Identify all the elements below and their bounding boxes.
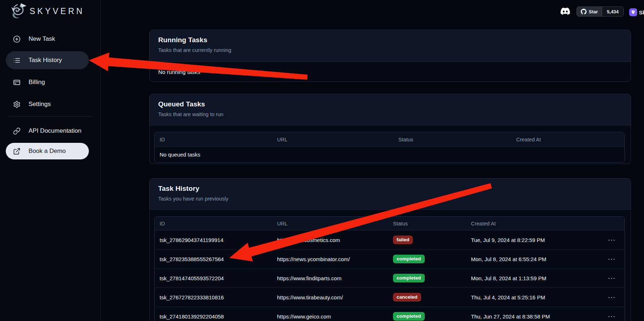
sidebar-item-label: Billing: [29, 79, 45, 86]
task-created-at-cell: Tue, Jul 9, 2024 at 8:22:59 PM: [466, 237, 602, 243]
panel-subtitle: Tasks you have run previously: [158, 196, 622, 202]
status-badge: completed: [393, 312, 425, 321]
table-row[interactable]: tsk_274180139292204058 https://www.geico…: [155, 307, 624, 321]
panel-subtitle: Tasks that are currently running: [158, 47, 622, 53]
github-star-widget[interactable]: Star 5,434: [576, 6, 624, 17]
profile-name[interactable]: Sk: [639, 9, 644, 16]
sidebar-item-settings[interactable]: Settings: [6, 95, 89, 113]
sidebar-item-task-history[interactable]: Task History: [6, 51, 89, 69]
table-row[interactable]: tsk_278629043741199914 https://tartecosm…: [155, 230, 624, 250]
panel-title: Task History: [158, 185, 622, 193]
task-id-cell: tsk_274180139292204058: [155, 313, 272, 320]
column-header-url: URL: [272, 137, 393, 142]
github-star-button[interactable]: Star: [577, 7, 602, 16]
column-header-status: Status: [388, 221, 466, 227]
task-status-cell: completed: [388, 312, 466, 321]
column-header-url: URL: [272, 221, 388, 227]
sidebar-item-label: Task History: [29, 57, 62, 64]
task-status-cell: canceled: [388, 293, 466, 302]
external-link-icon: [13, 148, 21, 155]
github-star-count[interactable]: 5,434: [602, 7, 623, 16]
row-menu-button[interactable]: ···: [608, 256, 616, 262]
task-created-at-cell: Thu, Jul 4, 2024 at 5:25:16 PM: [466, 294, 602, 300]
table-header-row: ID URL Status Created At: [155, 132, 624, 147]
task-history-header: Task History Tasks you have run previous…: [150, 179, 631, 210]
sidebar: SKYVERN New Task Task History Billing Se…: [0, 0, 101, 321]
row-menu-button[interactable]: ···: [608, 275, 616, 281]
github-icon: [581, 9, 587, 14]
task-url-cell: https://www.finditparts.com: [272, 275, 388, 281]
sidebar-item-book-a-demo[interactable]: Book a Demo: [6, 143, 89, 159]
avatar[interactable]: [629, 8, 637, 16]
task-id-cell: tsk_278147405593572204: [155, 275, 272, 281]
avatar-glyph-icon: [631, 10, 635, 14]
queued-tasks-header: Queued Tasks Tasks that are waiting to r…: [150, 94, 631, 125]
panel-subtitle: Tasks that are waiting to run: [158, 111, 622, 117]
task-history-panel: Task History Tasks you have run previous…: [149, 178, 631, 321]
no-queued-tasks-text: No queued tasks: [155, 151, 272, 158]
status-badge: canceled: [393, 293, 421, 302]
row-actions-cell: ···: [602, 313, 624, 320]
column-header-id: ID: [155, 221, 272, 227]
status-badge: failed: [393, 236, 413, 244]
discord-icon[interactable]: [560, 6, 571, 16]
plus-circle-icon: [13, 35, 21, 43]
skyvern-logo: SKYVERN: [10, 2, 90, 21]
list-icon: [13, 57, 21, 64]
running-tasks-header: Running Tasks Tasks that are currently r…: [150, 30, 631, 62]
task-url-cell: https://www.tirabeauty.com/: [272, 294, 388, 300]
table-row[interactable]: tsk_278147405593572204 https://www.findi…: [155, 269, 624, 288]
table-row[interactable]: tsk_278235388555267564 https://news.ycom…: [155, 250, 624, 269]
main-content: Star 5,434 Sk Running Tasks Tasks that a…: [101, 0, 644, 321]
credit-card-icon: [13, 79, 21, 86]
sidebar-item-label: New Task: [29, 35, 55, 43]
task-created-at-cell: Mon, Jul 8, 2024 at 1:13:59 PM: [466, 275, 602, 281]
row-actions-cell: ···: [602, 256, 624, 262]
status-badge: completed: [393, 274, 425, 282]
task-url-cell: https://tartecosmetics.com: [272, 237, 388, 243]
status-badge: completed: [393, 255, 425, 263]
task-url-cell: https://www.geico.com: [272, 313, 388, 320]
task-history-table: ID URL Status Created At tsk_27862904374…: [154, 216, 625, 321]
queued-tasks-table: ID URL Status Created At No queued tasks: [154, 132, 625, 163]
sidebar-item-label: API Documentation: [29, 127, 81, 135]
sidebar-divider: [9, 116, 92, 116]
task-url-cell: https://news.ycombinator.com/: [272, 256, 388, 262]
task-id-cell: tsk_278235388555267564: [155, 256, 272, 262]
table-header-row: ID URL Status Created At: [155, 217, 624, 230]
task-created-at-cell: Thu, Jun 27, 2024 at 8:38:58 PM: [466, 313, 602, 320]
sidebar-item-new-task[interactable]: New Task: [6, 30, 89, 48]
task-status-cell: failed: [388, 236, 466, 244]
row-menu-button[interactable]: ···: [608, 313, 616, 320]
table-row[interactable]: tsk_276727822333810816 https://www.tirab…: [155, 288, 624, 307]
sidebar-item-api-documentation[interactable]: API Documentation: [6, 122, 89, 140]
row-actions-cell: ···: [602, 294, 624, 300]
gear-icon: [13, 101, 21, 108]
column-header-id: ID: [155, 137, 272, 142]
link-icon: [13, 127, 21, 135]
task-created-at-cell: Mon, Jul 8, 2024 at 6:55:24 PM: [466, 256, 602, 262]
dragon-logo-icon: [10, 3, 27, 20]
column-header-created-at: Created At: [466, 221, 602, 227]
no-running-tasks-text: No running tasks: [150, 62, 631, 82]
panel-title: Running Tasks: [158, 36, 622, 44]
column-header-status: Status: [393, 137, 511, 142]
task-id-cell: tsk_278629043741199914: [155, 237, 272, 243]
task-id-cell: tsk_276727822333810816: [155, 294, 272, 300]
sidebar-item-label: Book a Demo: [29, 148, 66, 155]
column-header-created-at: Created At: [511, 137, 624, 142]
row-actions-cell: ···: [602, 275, 624, 281]
row-menu-button[interactable]: ···: [608, 237, 616, 243]
github-star-label: Star: [589, 9, 598, 14]
queued-tasks-panel: Queued Tasks Tasks that are waiting to r…: [149, 94, 631, 164]
sidebar-item-billing[interactable]: Billing: [6, 73, 89, 91]
task-status-cell: completed: [388, 274, 466, 282]
task-status-cell: completed: [388, 255, 466, 263]
row-actions-cell: ···: [602, 237, 624, 243]
panel-title: Queued Tasks: [158, 100, 622, 108]
running-tasks-panel: Running Tasks Tasks that are currently r…: [149, 30, 631, 82]
empty-row: No queued tasks: [155, 147, 624, 162]
sidebar-item-label: Settings: [29, 101, 51, 108]
row-menu-button[interactable]: ···: [608, 294, 616, 300]
brand-name: SKYVERN: [30, 6, 85, 16]
